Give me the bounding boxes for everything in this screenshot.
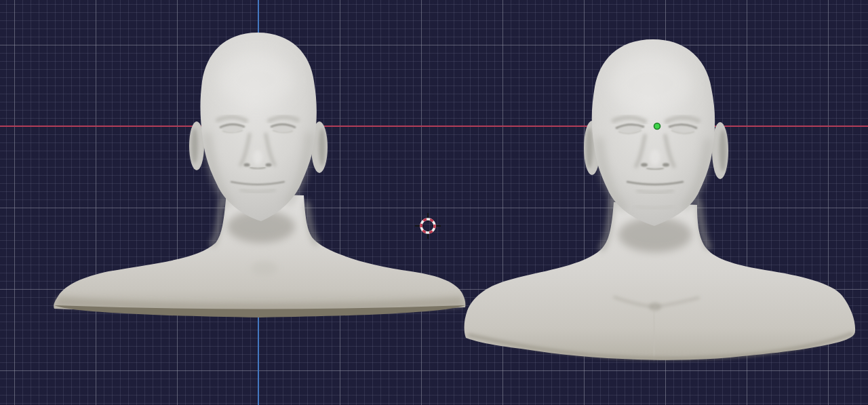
cursor-crosshair bbox=[415, 213, 441, 239]
viewport-3d[interactable] bbox=[0, 0, 868, 405]
head-bust-left[interactable] bbox=[54, 33, 465, 317]
cursor-3d-icon bbox=[415, 213, 441, 239]
object-origin-dot bbox=[654, 123, 660, 130]
head-bust-right[interactable] bbox=[465, 39, 856, 360]
scene-canvas bbox=[0, 0, 868, 405]
